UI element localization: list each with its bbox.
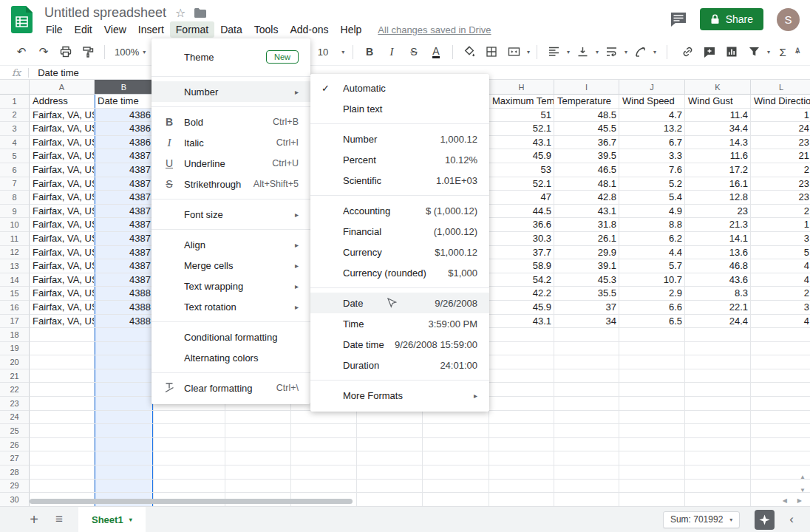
horizontal-align-icon[interactable] (544, 42, 563, 61)
row-header-29[interactable]: 29 (0, 480, 30, 494)
cell-F26[interactable] (357, 438, 423, 452)
row-header-6[interactable]: 6 (0, 163, 30, 177)
cell-K28[interactable] (685, 466, 751, 480)
cell-A17[interactable]: Fairfax, VA, US (30, 315, 95, 329)
row-header-28[interactable]: 28 (0, 466, 30, 480)
number-menu-item-scientific[interactable]: Scientific1.01E+03 (310, 170, 489, 191)
insert-chart-icon[interactable] (722, 42, 741, 61)
cell-I19[interactable] (554, 342, 619, 356)
cell-A24[interactable] (30, 411, 95, 425)
cell-F29[interactable] (357, 480, 423, 494)
format-menu-item-number[interactable]: Number▸ (152, 81, 310, 102)
cell-K14[interactable]: 43.6 (685, 273, 751, 287)
scroll-down-icon[interactable]: ▼ (800, 488, 806, 494)
row-header-7[interactable]: 7 (0, 177, 30, 191)
cell-I12[interactable]: 29.9 (554, 246, 619, 260)
cell-B1[interactable]: Date time (95, 95, 154, 109)
text-rotation-caret[interactable]: ▾ (653, 49, 656, 55)
bold-button[interactable]: B (360, 42, 379, 61)
cell-L20[interactable] (751, 355, 810, 369)
format-menu-item-bold[interactable]: BBoldCtrl+B (152, 112, 310, 132)
cell-B2[interactable]: 4386 (95, 109, 154, 123)
cell-A8[interactable]: Fairfax, VA, US (30, 191, 95, 205)
cell-A5[interactable]: Fairfax, VA, US (30, 149, 95, 163)
filter-caret[interactable]: ▾ (767, 49, 770, 55)
cell-A3[interactable]: Fairfax, VA, US (30, 122, 95, 136)
cell-J26[interactable] (619, 438, 685, 452)
cell-I26[interactable] (554, 438, 619, 452)
cell-K25[interactable] (685, 424, 751, 438)
star-icon[interactable]: ☆ (175, 6, 186, 20)
cell-L14[interactable]: 4 (751, 273, 810, 287)
cell-A28[interactable] (30, 466, 95, 480)
row-header-18[interactable]: 18 (0, 328, 30, 342)
format-menu-item-align[interactable]: Align▸ (152, 234, 310, 255)
vertical-align-icon[interactable] (573, 42, 592, 61)
cell-J18[interactable] (619, 328, 685, 342)
cell-K10[interactable]: 21.3 (685, 218, 751, 232)
cell-I20[interactable] (554, 355, 619, 369)
cell-K17[interactable]: 24.4 (685, 315, 751, 329)
row-header-12[interactable]: 12 (0, 246, 30, 260)
collapse-toolbar-icon[interactable]: ∧ (794, 44, 801, 55)
cell-B20[interactable] (95, 355, 154, 369)
cell-A27[interactable] (30, 451, 95, 466)
functions-button[interactable]: Σ (773, 42, 792, 61)
formula-input[interactable]: Date time (38, 67, 79, 78)
cell-L10[interactable]: 1 (751, 218, 810, 232)
row-header-19[interactable]: 19 (0, 342, 30, 356)
row-header-25[interactable]: 25 (0, 424, 30, 438)
cell-H17[interactable]: 43.1 (489, 315, 554, 329)
cell-E28[interactable] (291, 466, 357, 480)
cell-L23[interactable] (751, 397, 810, 411)
number-menu-item-date-time[interactable]: Date time9/26/2008 15:59:00 (310, 334, 489, 355)
cell-A21[interactable] (30, 369, 95, 383)
cell-J10[interactable]: 8.8 (619, 218, 685, 232)
cell-B6[interactable]: 4387 (95, 163, 154, 177)
cell-G28[interactable] (423, 466, 489, 480)
cell-A23[interactable] (30, 397, 95, 411)
menubar-item-insert[interactable]: Insert (132, 21, 170, 38)
comment-history-icon[interactable] (670, 12, 687, 27)
vertical-align-caret[interactable]: ▾ (596, 49, 599, 55)
cell-L16[interactable]: 3 (751, 301, 810, 315)
cell-H19[interactable] (489, 342, 554, 356)
cell-E27[interactable] (291, 451, 357, 466)
cell-D26[interactable] (225, 438, 291, 452)
cell-L15[interactable]: 2 (751, 287, 810, 301)
number-menu-item-automatic[interactable]: ✓Automatic (310, 78, 489, 98)
cell-K2[interactable]: 11.4 (685, 109, 751, 123)
borders-icon[interactable] (482, 42, 501, 61)
format-menu-item-conditional-formatting[interactable]: Conditional formatting (152, 327, 310, 347)
cell-B28[interactable] (95, 466, 154, 480)
cell-I2[interactable]: 48.5 (554, 109, 619, 123)
sheet-tab[interactable]: Sheet1▾ (78, 507, 146, 532)
cell-J7[interactable]: 5.2 (619, 177, 685, 191)
select-all-corner[interactable] (0, 80, 30, 95)
number-menu-item-date[interactable]: Date9/26/2008 (310, 293, 489, 313)
format-menu-item-text-wrapping[interactable]: Text wrapping▸ (152, 276, 310, 296)
cell-B9[interactable]: 4387 (95, 205, 154, 219)
cell-B14[interactable]: 4387 (95, 273, 154, 287)
cell-J3[interactable]: 13.2 (619, 122, 685, 136)
fill-color-icon[interactable] (460, 42, 479, 61)
cell-J27[interactable] (619, 451, 685, 466)
cell-A22[interactable] (30, 383, 95, 397)
cell-L3[interactable]: 24 (751, 122, 810, 136)
share-button[interactable]: Share (700, 8, 763, 30)
cell-H25[interactable] (489, 424, 554, 438)
cell-B11[interactable]: 4387 (95, 232, 154, 246)
cell-H1[interactable]: Maximum Tempe (489, 95, 554, 109)
row-header-9[interactable]: 9 (0, 205, 30, 219)
cell-J11[interactable]: 6.2 (619, 232, 685, 246)
cell-B19[interactable] (95, 342, 154, 356)
number-menu-item-financial[interactable]: Financial(1,000.12) (310, 221, 489, 242)
cell-K7[interactable]: 16.1 (685, 177, 751, 191)
column-header-A[interactable]: A (30, 80, 95, 95)
menubar-item-file[interactable]: File (40, 21, 69, 38)
cell-J29[interactable] (619, 480, 685, 494)
menubar-item-format[interactable]: Format (170, 21, 214, 38)
cell-A19[interactable] (30, 342, 95, 356)
cell-K23[interactable] (685, 397, 751, 411)
cell-H18[interactable] (489, 328, 554, 342)
